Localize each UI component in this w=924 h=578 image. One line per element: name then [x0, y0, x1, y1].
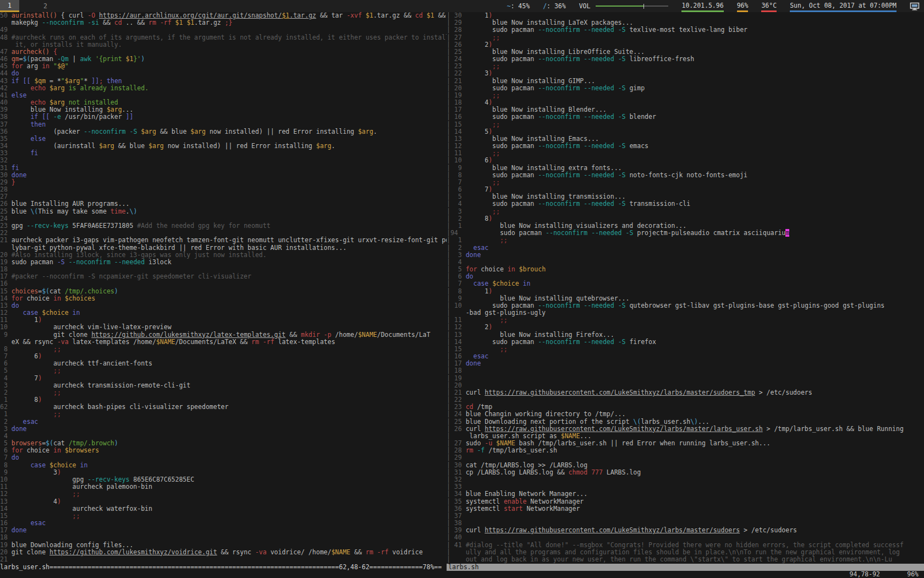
code-row[interactable]: 12 ;; [0, 490, 447, 498]
statusline-active-larbs[interactable]: larbs.sh [447, 564, 924, 571]
code-row[interactable]: 17 done [0, 527, 447, 534]
code-row[interactable]: 14 for choice in $choices [0, 295, 447, 302]
code-row[interactable]: | 36 systemctl start NetworkManager [447, 505, 924, 512]
code-row[interactable]: 2 ;; [0, 389, 447, 396]
code-row[interactable]: 42 echo $arg is already installed. [0, 85, 447, 92]
code-row[interactable]: | 31 cp /LARBS.log LARBS.log && chmod 77… [447, 469, 924, 476]
code-row[interactable]: 31 fi [0, 165, 447, 172]
code-row[interactable]: | 16 sudo pacman --noconfirm --needed -S… [447, 113, 924, 121]
line-number: | 25 [447, 48, 466, 56]
code-row[interactable]: | 37 [447, 512, 924, 520]
workspace-button-1[interactable]: 1 [0, 0, 19, 12]
code-row[interactable]: 28 [0, 186, 447, 193]
editor-pane-larbs[interactable]: | 30 1)| 29 blue Now installing LaTeX pa… [447, 12, 924, 564]
tray-monitor-icon[interactable] [910, 0, 920, 12]
statusline-inactive-larbs-user[interactable]: larbs_user.sh===========================… [0, 564, 447, 571]
code-row[interactable]: | 18 [447, 367, 924, 374]
line-number: 48 [0, 34, 12, 41]
temperature-value: 36°C [761, 2, 777, 9]
code-row[interactable]: | 14 sudo pacman --noconfirm --needed -S… [447, 339, 924, 346]
code-row[interactable]: | 15 ;; [447, 121, 924, 128]
code-row[interactable]: | 21 curl https://raw.githubusercontent.… [447, 389, 924, 396]
code-row[interactable]: | 32 [447, 476, 924, 483]
code-row[interactable]: 19 sudo pacman -S --noconfirm --needed i… [0, 259, 447, 266]
code-row[interactable]: | 19 ;; [447, 92, 924, 99]
editor-pane-larbs-user[interactable]: 50 aurinstall() { curl -O https://aur.ar… [0, 12, 447, 564]
code-row[interactable]: | 24 sudo pacman --noconfirm --needed -S… [447, 56, 924, 63]
code-row[interactable]: | 8 sudo pacman --noconfirm --needed -S … [447, 172, 924, 179]
code-row[interactable]: 3 done [0, 426, 447, 433]
code-row[interactable]: | out and log back in as your new user, … [447, 556, 924, 563]
code-row[interactable]: | 3 ;; [447, 208, 924, 215]
code-row[interactable]: 23 gpg --recv-keys 5FAF0A6EE7371805 #Add… [0, 222, 447, 230]
code-row[interactable]: | 3 done [447, 252, 924, 259]
code-row[interactable]: | 4 sudo pacman --noconfirm --needed -S … [447, 200, 924, 208]
code-row[interactable]: 45 for arg in "$@" [0, 63, 447, 70]
code-row[interactable]: | 11 ;; [447, 150, 924, 157]
code-row[interactable]: | 28 sudo pacman --noconfirm --needed -S… [447, 26, 924, 34]
line-number: 26 [0, 200, 12, 208]
line-number: | 19 [447, 91, 466, 99]
line-number: | [447, 555, 466, 563]
code-row[interactable]: | 19 [447, 375, 924, 382]
code-row[interactable]: | 39 curl https://raw.githubusercontent.… [447, 527, 924, 534]
code-row[interactable]: 12 case $choice in [0, 309, 447, 317]
line-number: 41 [0, 91, 12, 99]
code-row[interactable]: | 7 ;; [447, 179, 924, 186]
line-number: | 23 [447, 62, 466, 70]
line-number: 32 [0, 156, 12, 164]
code-row[interactable]: | 20 sudo pacman --noconfirm --needed -S… [447, 85, 924, 92]
code-row[interactable]: 21 [0, 556, 447, 563]
workspace-button-2[interactable]: 2 [36, 0, 55, 12]
code-row[interactable]: 36 (packer --noconfirm -S $arg && blue $… [0, 128, 447, 135]
code-row[interactable]: |94 sudo pacman --noconfirm --needed -S … [447, 230, 924, 237]
code-row[interactable]: | 2 esac [447, 244, 924, 252]
code-row[interactable]: | 27 ;; [447, 34, 924, 41]
line-number: 35 [0, 135, 12, 143]
code-row[interactable]: 29 } [0, 179, 447, 186]
code-row[interactable]: 5 ;; [0, 367, 447, 374]
code-row[interactable]: 1 ;; [0, 411, 447, 418]
code-row[interactable]: 3 aurcheck transmission-remote-cli-git [0, 382, 447, 389]
code-row[interactable]: | 28 rm -f /tmp/larbs_user.sh [447, 447, 924, 454]
line-number: 6 [0, 359, 12, 367]
code-row[interactable]: 8 case $choice in [0, 462, 447, 469]
code-row[interactable]: 6 for choice in $browsers [0, 447, 447, 454]
code-row[interactable]: it, or installs it manually. [0, 41, 447, 48]
code-row[interactable]: 33 fi [0, 150, 447, 157]
code-row[interactable]: makepkg --noconfirm -si && cd .. && rm -… [0, 19, 447, 26]
code-row[interactable]: | 1 ;; [447, 237, 924, 244]
volume-slider[interactable] [596, 4, 668, 9]
code-row[interactable]: | 12 sudo pacman --noconfirm --needed -S… [447, 143, 924, 150]
code-row[interactable]: 30 done [0, 172, 447, 179]
line-number: 15 [0, 287, 12, 295]
code-row[interactable]: 2 esac [0, 418, 447, 426]
code-row[interactable]: 6 aurcheck ttf-ancient-fonts [0, 360, 447, 367]
ip-address: 10.201.5.96 [681, 2, 723, 9]
code-row[interactable]: | 16 esac [447, 353, 924, 360]
code-row[interactable]: eX && rsync -va latex-templates /home/$N… [0, 339, 447, 346]
code-row[interactable]: | 23 ;; [447, 63, 924, 70]
line-number: 2 [0, 418, 12, 426]
code-row[interactable]: | 5 for choice in $brouch [447, 266, 924, 273]
code-row[interactable]: 15 ;; [0, 512, 447, 520]
code-row[interactable]: | 7 case $choice in [447, 280, 924, 287]
code-row[interactable]: 16 esac [0, 520, 447, 527]
line-number: | 28 [447, 446, 466, 454]
line-number: | 18 [447, 367, 466, 374]
code-row[interactable]: 32 [0, 157, 447, 164]
line-number: | 12 [447, 323, 466, 331]
code-row[interactable]: | 11 ;; [447, 317, 924, 324]
code-row[interactable]: 17 #packer --noconfirm -S ncpamixer-git … [0, 273, 447, 280]
code-row[interactable]: 34 (aurinstall $arg && blue $arg now ins… [0, 143, 447, 150]
code-row[interactable]: | 15 ;; [447, 346, 924, 353]
code-row[interactable]: 62 aurcheck bash-pipes cli-visualizer sp… [0, 403, 447, 411]
code-row[interactable]: 38 if [[ -e /usr/bin/packer ]] [0, 113, 447, 121]
code-row[interactable]: 8 ;; [0, 346, 447, 353]
code-row[interactable]: | 17 done [447, 360, 924, 367]
code-row[interactable]: 20 git clone https://github.com/lukesmit… [0, 549, 447, 556]
code-row[interactable]: | -bad gst-plugins-ugly [447, 309, 924, 317]
line-number: | 15 [447, 121, 466, 128]
code-row[interactable]: | 22 [447, 396, 924, 403]
code-row[interactable]: 25 blue \(This may take some time.\) [0, 208, 447, 215]
